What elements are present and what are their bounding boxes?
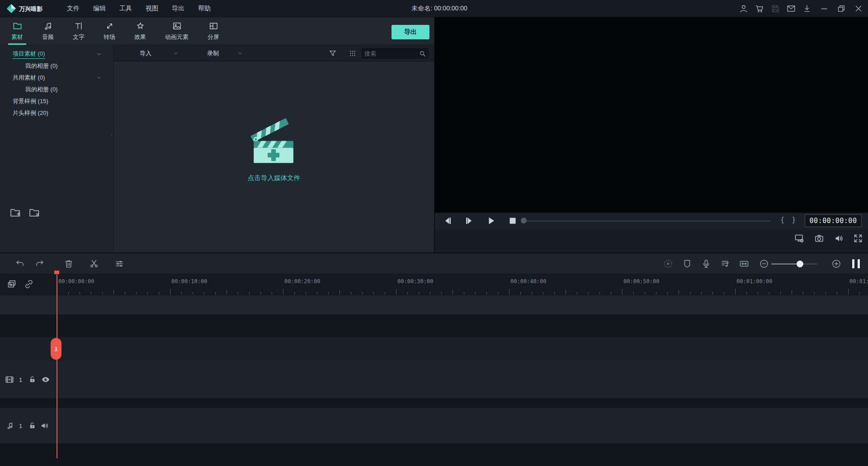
ruler-tick — [803, 292, 803, 295]
fullscreen-icon[interactable] — [853, 233, 863, 244]
snapshot-icon[interactable] — [814, 233, 825, 244]
previous-frame-icon[interactable] — [442, 215, 453, 226]
tab-音频[interactable]: 音频 — [33, 17, 63, 45]
zoom-out-icon[interactable] — [759, 258, 769, 269]
record-chevron-down-icon[interactable] — [237, 50, 243, 57]
preview-scrubber-handle[interactable] — [521, 218, 527, 223]
track-panel-toggle-icon[interactable] — [852, 259, 862, 269]
zoom-in-icon[interactable] — [831, 258, 842, 269]
menu-item-1[interactable]: 文件 — [67, 5, 80, 13]
menu-item-3[interactable]: 工具 — [119, 5, 132, 13]
mail-icon[interactable] — [786, 4, 796, 14]
menu-item-4[interactable]: 视图 — [146, 5, 158, 13]
audio-track-mute-icon[interactable] — [40, 421, 50, 431]
ruler-tick — [113, 290, 114, 295]
menubar: 文件编辑工具视图导出帮助 — [67, 0, 211, 17]
chevron-down-icon[interactable] — [96, 51, 102, 57]
ruler-tick — [283, 289, 283, 295]
ruler-tick — [701, 292, 702, 295]
timeline-zoom-slider[interactable] — [771, 263, 817, 265]
add-folder-icon[interactable] — [9, 206, 22, 219]
play-icon[interactable] — [486, 215, 496, 226]
chevron-down-icon[interactable] — [96, 75, 102, 81]
audio-track-lock-icon[interactable] — [28, 421, 37, 430]
menu-item-2[interactable]: 编辑 — [93, 5, 106, 13]
close-icon[interactable] — [854, 4, 863, 14]
maximize-icon[interactable] — [836, 4, 846, 14]
tab-转场[interactable]: 转场 — [94, 17, 125, 45]
tab-动画元素[interactable]: 动画元素 — [156, 17, 198, 45]
grid-view-icon[interactable] — [348, 49, 357, 58]
tab-分屏[interactable]: 分屏 — [198, 17, 229, 45]
redo-icon[interactable] — [34, 258, 45, 269]
undo-icon[interactable] — [14, 258, 25, 269]
mark-in-icon[interactable]: { — [781, 216, 783, 224]
minimize-icon[interactable] — [819, 4, 829, 14]
video-track-header: 1 — [0, 361, 57, 398]
fit-timeline-icon[interactable] — [739, 258, 750, 269]
sidebar-item-3[interactable]: 共用素材 (0) — [0, 72, 113, 84]
timeline-ruler[interactable]: 00:00:00:0000:00:10:0000:00:20:0000:00:3… — [0, 275, 868, 295]
marker-icon[interactable] — [682, 258, 693, 269]
sidebar-item-6[interactable]: 片头样例 (20) — [0, 107, 113, 119]
playhead-handle[interactable]: ✂ — [51, 338, 61, 360]
sidebar-item-4[interactable]: 我的相册 (0) — [0, 84, 113, 95]
sidebar-item-2[interactable]: 我的相册 (0) — [0, 60, 113, 72]
export-button[interactable]: 导出 — [392, 25, 429, 39]
menu-item-6[interactable]: 帮助 — [198, 5, 211, 13]
tab-效果[interactable]: 效果 — [125, 17, 156, 45]
ruler-tick — [509, 289, 509, 295]
playhead-line[interactable] — [57, 275, 57, 458]
cart-icon[interactable] — [755, 4, 764, 14]
record-button[interactable]: 录制 — [207, 45, 219, 62]
import-button[interactable]: 导入 — [140, 45, 151, 62]
stop-icon[interactable] — [507, 215, 518, 226]
timeline-zoom-handle[interactable] — [797, 261, 803, 267]
timeline-band — [0, 398, 868, 408]
split-clip-icon[interactable] — [89, 258, 99, 269]
ruler-tick — [238, 292, 238, 295]
ruler-tick — [792, 290, 792, 295]
timeline-band — [0, 314, 868, 337]
import-chevron-down-icon[interactable] — [173, 50, 179, 57]
ruler-tick — [441, 292, 442, 295]
render-preview-icon[interactable] — [663, 258, 674, 269]
search-icon[interactable] — [419, 50, 426, 57]
menu-item-5[interactable]: 导出 — [172, 5, 184, 13]
filter-icon[interactable] — [328, 49, 337, 58]
account-icon[interactable] — [739, 4, 749, 14]
delete-folder-icon[interactable] — [28, 206, 41, 219]
playhead-top-stub[interactable] — [54, 271, 59, 274]
timecode-display[interactable]: 00:00:00:00 — [805, 214, 862, 227]
sidebar-item-1[interactable]: 项目素材 (0) — [0, 48, 113, 60]
save-icon[interactable] — [770, 4, 780, 14]
adjust-icon[interactable] — [114, 258, 125, 269]
audio-beat-icon[interactable] — [720, 258, 731, 269]
video-track[interactable]: 1 — [0, 361, 868, 398]
ruler-tick — [633, 292, 634, 295]
ruler-tick — [125, 292, 125, 295]
display-settings-icon[interactable] — [794, 233, 805, 244]
search-input[interactable] — [362, 50, 419, 57]
video-track-lock-icon[interactable] — [28, 375, 37, 384]
video-viewport[interactable] — [435, 17, 868, 213]
audio-track[interactable]: 1 — [0, 408, 868, 443]
folder-icon — [12, 21, 23, 31]
sidebar-collapse-icon[interactable] — [110, 130, 113, 139]
ruler-tick — [769, 292, 769, 295]
tab-素材[interactable]: 素材 — [2, 17, 33, 45]
ruler-label: 00:00:40:00 — [510, 278, 546, 285]
tab-文字[interactable]: 文字 — [63, 17, 94, 45]
import-media-dropzone[interactable]: 点击导入媒体文件 — [114, 113, 434, 182]
next-frame-icon[interactable] — [464, 215, 475, 226]
preview-scrubber-track[interactable] — [524, 220, 770, 222]
delete-icon[interactable] — [63, 258, 74, 269]
sidebar-item-5[interactable]: 背景样例 (15) — [0, 95, 113, 107]
download-icon[interactable] — [802, 4, 812, 14]
volume-icon[interactable] — [834, 233, 844, 244]
ruler-label: 00:00:50:00 — [623, 278, 659, 285]
video-track-visibility-icon[interactable] — [41, 375, 51, 385]
sidebar-item-label: 背景样例 (15) — [13, 97, 48, 106]
mark-out-icon[interactable]: } — [793, 216, 795, 224]
voiceover-mic-icon[interactable] — [701, 258, 712, 269]
